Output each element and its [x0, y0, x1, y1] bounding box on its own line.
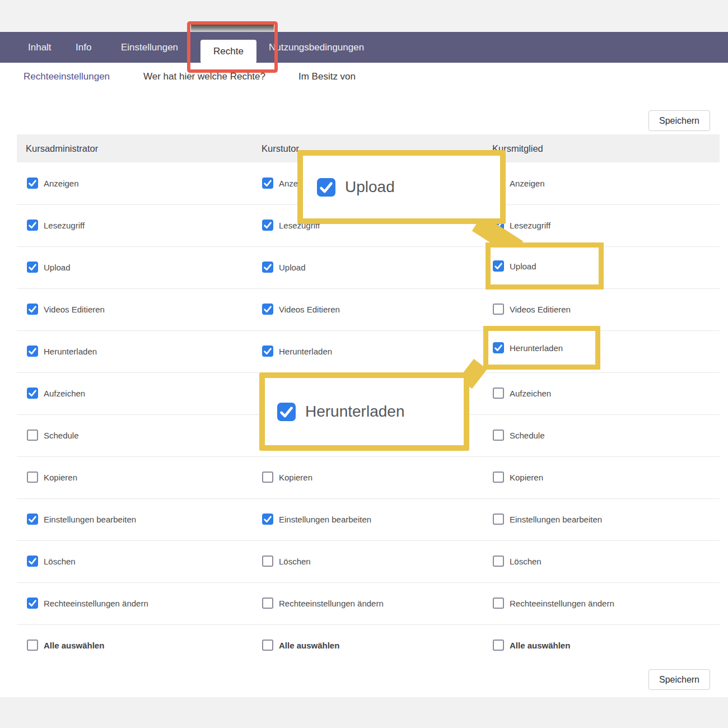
tab-nutzungsbedingungen[interactable]: Nutzungsbedingungen — [269, 32, 364, 63]
upload-row-highlight-box: Upload — [486, 242, 604, 290]
column-header-kursadministrator: Kursadministrator — [26, 134, 98, 162]
permission-label: Herunterladen — [44, 330, 97, 372]
member-download-label: Herunterladen — [510, 343, 563, 353]
kursadministrator-checkbox-herunterladen[interactable] — [27, 346, 38, 357]
kursadministrator-checkbox-lesezugriff[interactable] — [27, 220, 38, 231]
kurstutor-checkbox-alle-ausw-hlen[interactable] — [262, 640, 273, 651]
page-footer-strip — [0, 697, 728, 728]
kurstutor-checkbox-videos-editieren[interactable] — [262, 304, 273, 315]
kursmitglied-checkbox-alle-ausw-hlen[interactable] — [493, 640, 504, 651]
permission-row-upload: UploadUploadUpload — [17, 246, 720, 289]
permission-label: Anzeigen — [44, 162, 79, 204]
kursmitglied-checkbox-rechteeinstellungen-ndern[interactable] — [493, 598, 504, 609]
upload-zoom-label: Upload — [345, 178, 395, 196]
permission-row-herunterladen: HerunterladenHerunterladenHerunterladen — [17, 330, 720, 373]
permission-row-kopieren: KopierenKopierenKopieren — [17, 456, 720, 499]
permission-label: Schedule — [44, 414, 79, 456]
kursadministrator-checkbox-einstellungen-bearbeiten[interactable] — [27, 514, 38, 525]
permission-label: Aufzeichen — [510, 372, 551, 414]
kursmitglied-checkbox-kopieren[interactable] — [493, 472, 504, 483]
kurstutor-checkbox-rechteeinstellungen-ndern[interactable] — [262, 598, 273, 609]
upload-zoom-checkbox-icon — [317, 178, 335, 197]
kursadministrator-checkbox-l-schen[interactable] — [27, 556, 38, 567]
permission-label: Alle auswählen — [279, 624, 339, 666]
kurstutor-checkbox-upload[interactable] — [262, 262, 273, 273]
permission-label: Alle auswählen — [510, 624, 570, 666]
kurstutor-checkbox-lesezugriff[interactable] — [262, 220, 273, 231]
column-header-kurstutor: Kurstutor — [262, 134, 299, 162]
tab-info[interactable]: Info — [76, 32, 91, 63]
kurstutor-checkbox-anzeigen[interactable] — [262, 178, 273, 189]
permission-label: Löschen — [279, 540, 311, 582]
permission-label: Herunterladen — [279, 330, 332, 372]
tab-inhalt[interactable]: Inhalt — [28, 32, 52, 63]
kursadministrator-checkbox-aufzeichen[interactable] — [27, 388, 38, 399]
kurstutor-checkbox-l-schen[interactable] — [262, 556, 273, 567]
save-button-top[interactable]: Speichern — [648, 110, 710, 131]
permission-label: Einstellungen bearbeiten — [279, 498, 371, 540]
permission-label: Videos Editieren — [279, 288, 340, 330]
kurstutor-checkbox-kopieren[interactable] — [262, 472, 273, 483]
save-button-bottom[interactable]: Speichern — [648, 669, 710, 690]
kursadministrator-checkbox-videos-editieren[interactable] — [27, 304, 38, 315]
subtab-im-besitz-von[interactable]: Im Besitz von — [298, 63, 356, 91]
permission-label: Einstellungen bearbeiten — [510, 498, 602, 540]
permission-label: Videos Editieren — [44, 288, 105, 330]
permission-label: Schedule — [510, 414, 545, 456]
kurstutor-checkbox-herunterladen[interactable] — [262, 346, 273, 357]
permission-label: Alle auswählen — [44, 624, 104, 666]
download-zoom-checkbox-icon — [277, 403, 296, 421]
tab-einstellungen[interactable]: Einstellungen — [121, 32, 178, 63]
kursmitglied-checkbox-schedule[interactable] — [493, 430, 504, 441]
member-upload-label: Upload — [510, 262, 536, 271]
permission-label: Upload — [279, 246, 306, 288]
kursmitglied-checkbox-aufzeichen[interactable] — [493, 388, 504, 399]
download-zoom-callout: Herunterladen — [259, 372, 469, 451]
kursadministrator-checkbox-anzeigen[interactable] — [27, 178, 38, 189]
kursadministrator-checkbox-upload[interactable] — [27, 262, 38, 273]
permission-label: Kopieren — [279, 456, 312, 498]
kursadministrator-checkbox-kopieren[interactable] — [27, 472, 38, 483]
permission-label: Lesezugriff — [44, 204, 85, 246]
permission-label: Kopieren — [510, 456, 543, 498]
download-row-highlight-box: Herunterladen — [483, 326, 600, 370]
kursadministrator-checkbox-schedule[interactable] — [27, 430, 38, 441]
permission-label: Rechteeinstellungen ändern — [279, 582, 384, 624]
permission-row-l-schen: LöschenLöschenLöschen — [17, 540, 720, 583]
kursmitglied-checkbox-l-schen[interactable] — [493, 556, 504, 567]
permission-row-rechteeinstellungen-ndern: Rechteeinstellungen ändernRechteeinstell… — [17, 582, 720, 625]
permission-label: Einstellungen bearbeiten — [44, 498, 136, 540]
upload-zoom-callout: Upload — [297, 150, 506, 224]
window-top-strip — [0, 0, 728, 32]
member-upload-checkbox[interactable] — [493, 260, 504, 272]
permission-row-einstellungen-bearbeiten: Einstellungen bearbeitenEinstellungen be… — [17, 498, 720, 541]
kursadministrator-checkbox-rechteeinstellungen-ndern[interactable] — [27, 598, 38, 609]
kursadministrator-checkbox-alle-ausw-hlen[interactable] — [27, 640, 38, 651]
permission-label: Löschen — [44, 540, 76, 582]
download-zoom-label: Herunterladen — [305, 403, 404, 421]
permission-label: Videos Editieren — [510, 288, 571, 330]
permission-label: Upload — [44, 246, 71, 288]
kursmitglied-checkbox-einstellungen-bearbeiten[interactable] — [493, 514, 504, 525]
subtab-wer-hat-rechte[interactable]: Wer hat hier welche Rechte? — [143, 63, 265, 91]
permission-row-videos-editieren: Videos EditierenVideos EditierenVideos E… — [17, 288, 720, 331]
permission-row-alle-ausw-hlen: Alle auswählenAlle auswählenAlle auswähl… — [17, 624, 720, 666]
kurstutor-checkbox-einstellungen-bearbeiten[interactable] — [262, 514, 273, 525]
kursmitglied-checkbox-videos-editieren[interactable] — [493, 304, 504, 315]
permission-label: Löschen — [510, 540, 542, 582]
permission-label: Anzeigen — [510, 162, 545, 204]
permission-label: Kopieren — [44, 456, 77, 498]
tab-rechte[interactable]: Rechte — [200, 40, 256, 63]
permission-label: Lesezugriff — [510, 204, 550, 246]
permission-label: Rechteeinstellungen ändern — [44, 582, 148, 624]
member-download-checkbox[interactable] — [493, 342, 504, 353]
permission-label: Aufzeichen — [44, 372, 85, 414]
permission-label: Rechteeinstellungen ändern — [510, 582, 614, 624]
subtab-rechteeinstellungen[interactable]: Rechteeinstellungen — [24, 63, 110, 91]
